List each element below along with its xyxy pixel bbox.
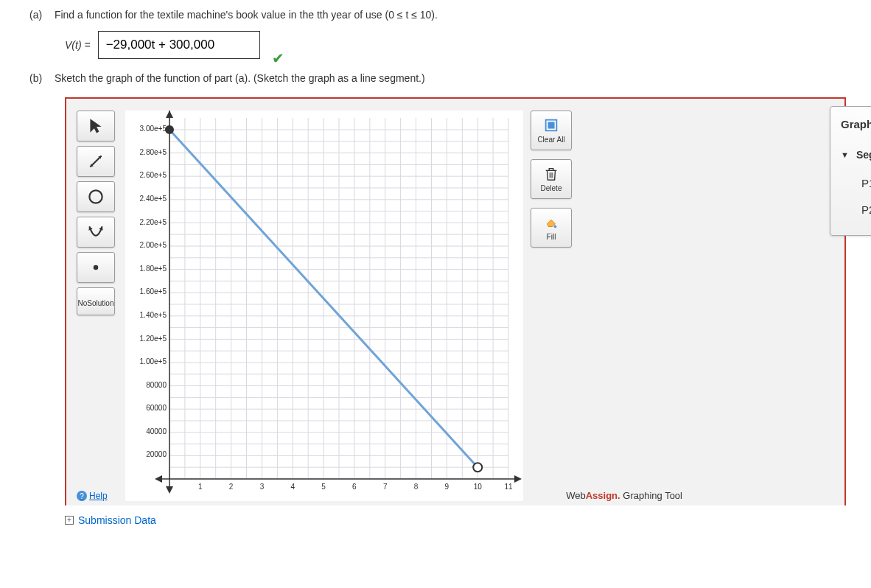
- svg-text:2.00e+5: 2.00e+5: [140, 241, 167, 249]
- svg-text:6: 6: [352, 483, 357, 491]
- plus-icon: +: [65, 516, 74, 525]
- svg-text:1.80e+5: 1.80e+5: [140, 265, 167, 273]
- svg-text:20000: 20000: [146, 450, 167, 458]
- part-b-label: (b): [29, 72, 52, 84]
- help-link[interactable]: ? Help: [77, 491, 118, 501]
- segment-tool[interactable]: [77, 146, 115, 177]
- action-column: Clear All Delete Fill: [531, 111, 575, 501]
- svg-text:3.00e+5: 3.00e+5: [140, 125, 167, 133]
- plot-area[interactable]: 3.00e+52.80e+52.60e+52.40e+52.20e+52.00e…: [125, 111, 523, 501]
- svg-marker-62: [166, 111, 173, 118]
- part-a-text: Find a function for the textile machine'…: [55, 9, 438, 21]
- pointer-tool[interactable]: [77, 111, 115, 141]
- p2-label: P2 (: [861, 203, 871, 216]
- svg-text:1.60e+5: 1.60e+5: [140, 287, 167, 295]
- help-label: Help: [89, 491, 108, 501]
- svg-text:3: 3: [260, 483, 265, 491]
- svg-text:2.40e+5: 2.40e+5: [140, 195, 167, 203]
- clear-all-button[interactable]: Clear All: [531, 111, 572, 150]
- svg-text:2.80e+5: 2.80e+5: [140, 148, 167, 156]
- p1-row: P1 ( , ): [861, 173, 871, 192]
- graph-layers-title: Graph Layers: [841, 118, 871, 130]
- no-solution-l2: Solution: [87, 299, 113, 307]
- svg-marker-66: [514, 475, 522, 483]
- delete-label: Delete: [541, 184, 562, 192]
- help-icon: ?: [77, 491, 87, 501]
- svg-text:10: 10: [474, 483, 483, 491]
- svg-text:9: 9: [445, 483, 450, 491]
- svg-marker-63: [166, 486, 173, 494]
- svg-text:2.60e+5: 2.60e+5: [140, 171, 167, 179]
- svg-text:5: 5: [321, 483, 326, 491]
- p1-label: P1 (: [861, 177, 871, 189]
- svg-rect-97: [548, 122, 554, 128]
- svg-text:1.40e+5: 1.40e+5: [140, 311, 167, 319]
- brand-footer: WebAssign. Graphing Tool: [566, 490, 682, 501]
- submission-data-toggle[interactable]: + Submission Data: [65, 514, 842, 526]
- layer-name: Segment 1: [856, 149, 871, 161]
- delete-button[interactable]: Delete: [531, 159, 572, 199]
- layer-row-segment1[interactable]: ▼ Segment 1 ✕: [841, 147, 871, 163]
- clear-all-label: Clear All: [537, 136, 564, 144]
- book-value-input[interactable]: [98, 31, 260, 59]
- svg-point-94: [165, 125, 174, 134]
- fill-button[interactable]: Fill: [531, 208, 572, 248]
- svg-text:1.20e+5: 1.20e+5: [140, 335, 167, 343]
- p2-row: P2 ( , ): [861, 200, 871, 219]
- svg-point-6: [94, 265, 99, 270]
- formula-lhs: V(t) =: [65, 39, 91, 51]
- correct-check-icon: ✔: [272, 49, 284, 67]
- svg-text:60000: 60000: [146, 404, 167, 412]
- submission-data-label: Submission Data: [78, 514, 156, 526]
- graphing-tool: No Solution ? Help: [65, 97, 846, 505]
- part-a-label: (a): [29, 9, 52, 21]
- tool-column: No Solution ? Help: [77, 111, 118, 501]
- svg-text:4: 4: [291, 483, 295, 491]
- svg-text:2.20e+5: 2.20e+5: [140, 218, 167, 226]
- parabola-tool[interactable]: [77, 217, 115, 248]
- svg-marker-65: [155, 475, 162, 483]
- no-solution-button[interactable]: No Solution: [77, 287, 115, 315]
- svg-text:11: 11: [504, 483, 513, 491]
- svg-point-3: [89, 190, 102, 203]
- svg-text:2: 2: [229, 483, 234, 491]
- svg-point-95: [473, 463, 482, 472]
- svg-text:7: 7: [383, 483, 388, 491]
- svg-point-101: [554, 225, 557, 228]
- no-solution-l1: No: [78, 299, 88, 307]
- part-b-text: Sketch the graph of the function of part…: [55, 72, 425, 84]
- svg-text:1.00e+5: 1.00e+5: [140, 357, 167, 365]
- svg-text:40000: 40000: [146, 427, 167, 435]
- point-tool[interactable]: [77, 252, 115, 283]
- graph-layers-panel: Graph Layers « ▼ Segment 1 ✕ P1 ( , ) P2…: [830, 106, 871, 236]
- svg-text:80000: 80000: [146, 381, 167, 389]
- fill-label: Fill: [547, 233, 556, 241]
- circle-tool[interactable]: [77, 181, 115, 212]
- svg-text:1: 1: [198, 483, 203, 491]
- svg-text:8: 8: [414, 483, 419, 491]
- chevron-down-icon: ▼: [841, 150, 849, 159]
